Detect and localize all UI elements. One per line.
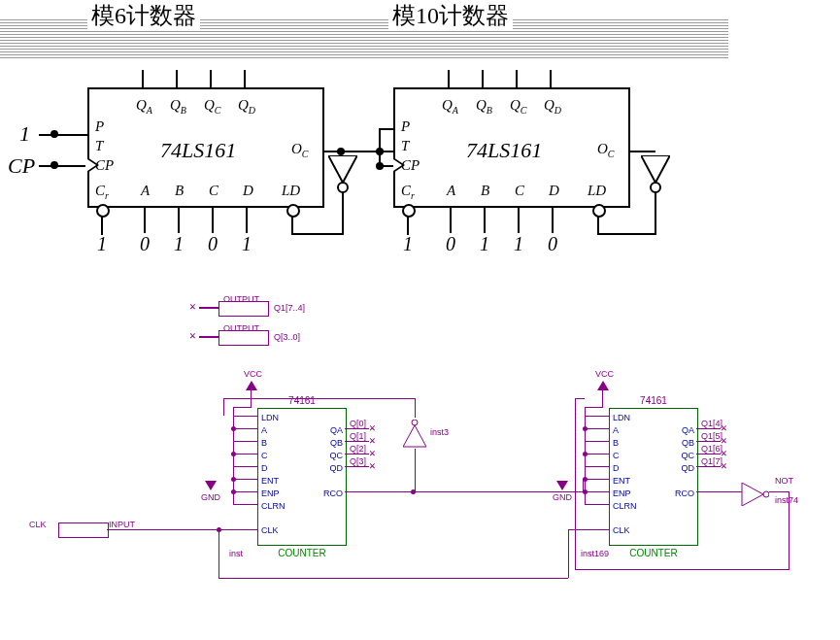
eda-wire <box>415 398 416 418</box>
preset-l-0: 1 <box>97 233 107 255</box>
pin-ld: LD <box>282 183 300 199</box>
pin-d: D <box>261 463 268 473</box>
chip-type-r: COUNTER <box>610 548 697 558</box>
node <box>376 148 384 155</box>
schematic-lower: × OUTPUT Q1[7..4] × OUTPUT Q[3..0] CLK I… <box>0 291 840 640</box>
eda-wire <box>251 390 252 408</box>
eda-wire <box>345 454 369 455</box>
title-mod6: 模6计数器 <box>87 0 200 31</box>
inverter-right <box>641 155 670 194</box>
clk-port <box>58 522 109 538</box>
eda-wire <box>568 529 569 578</box>
wire <box>246 204 248 233</box>
wire <box>379 128 393 130</box>
pin-cr2: Cr <box>401 183 415 201</box>
pin-a: A <box>141 183 150 199</box>
eda-wire <box>218 529 219 578</box>
pin-oc2: OC <box>597 141 615 159</box>
eda-chip-left: 74161 COUNTER inst LDN A B C D ENT ENP C… <box>257 408 347 546</box>
gnd-label-l: GND <box>201 492 220 502</box>
pin-c: C <box>613 451 620 460</box>
node <box>50 130 58 138</box>
wire <box>407 216 409 235</box>
eda-wire <box>233 407 252 408</box>
bubble-ld2 <box>592 204 606 218</box>
pin-qd: QD <box>682 463 695 473</box>
pin-qd: QD <box>238 97 255 116</box>
preset-l-4: 1 <box>242 233 252 255</box>
pin-qd: QD <box>330 463 344 473</box>
pin-ldn: LDN <box>613 413 630 422</box>
inv-label-r: NOT <box>775 476 793 486</box>
pin-qa: QA <box>330 425 343 435</box>
eda-wire <box>696 428 721 429</box>
bus-l1: Q[1] <box>350 431 366 441</box>
x-marker: × <box>721 462 728 470</box>
eda-wire <box>585 491 609 492</box>
input-1-label: 1 <box>19 121 30 147</box>
x-marker: × <box>369 437 377 445</box>
eda-wire <box>585 441 609 442</box>
wire <box>101 216 103 235</box>
x-marker: × <box>189 303 197 311</box>
eda-wire <box>585 407 603 408</box>
pin-p: P <box>95 118 104 135</box>
chip-type-l: COUNTER <box>258 548 346 558</box>
pin-c2: C <box>515 183 524 199</box>
eda-wire <box>585 407 586 504</box>
eda-wire <box>223 398 224 416</box>
node <box>376 162 384 170</box>
preset-r-3: 1 <box>514 233 523 255</box>
eda-wire <box>223 398 415 399</box>
preset-l-3: 0 <box>208 233 218 255</box>
wire <box>212 204 214 233</box>
eda-wire <box>199 307 218 309</box>
pin-b: B <box>175 183 184 199</box>
eda-wire <box>585 416 609 417</box>
chip-part-l: 74161 <box>258 395 346 406</box>
pin-clk: CLK <box>261 525 279 535</box>
pin-ldn: LDN <box>261 413 279 422</box>
pin-c: C <box>209 183 218 199</box>
preset-l-2: 1 <box>174 233 184 255</box>
node <box>337 148 345 155</box>
eda-wire <box>345 428 369 429</box>
wire <box>144 204 146 233</box>
preset-r-2: 1 <box>480 233 489 255</box>
eda-wire <box>696 466 721 467</box>
wire <box>291 216 293 233</box>
pin-qa: QA <box>136 97 152 116</box>
wire <box>142 70 144 87</box>
eda-node <box>217 527 221 532</box>
pin-qc: QC <box>682 451 695 460</box>
svg-marker-4 <box>403 425 426 447</box>
pin-rco: RCO <box>323 488 343 498</box>
pin-clrn: CLRN <box>261 501 286 511</box>
eda-wire <box>415 449 416 491</box>
eda-wire <box>585 466 609 467</box>
x-marker: × <box>369 424 377 432</box>
eda-wire <box>696 441 721 442</box>
preset-l-1: 0 <box>140 233 150 255</box>
gnd-label-r: GND <box>553 492 572 502</box>
chip-inst-r: inst169 <box>581 549 609 558</box>
pin-a2: A <box>447 183 455 199</box>
x-marker: × <box>189 332 197 340</box>
bus-l2: Q[2] <box>350 444 366 454</box>
pin-qb2: QB <box>476 97 492 116</box>
chip-part-r: 74161 <box>610 395 697 406</box>
clock-triangle-icon <box>393 157 405 173</box>
wire <box>482 70 484 87</box>
eda-wire <box>345 466 369 467</box>
pin-clk: CLK <box>613 525 630 535</box>
eda-wire <box>575 398 576 569</box>
eda-wire <box>233 454 257 455</box>
wire <box>39 134 87 136</box>
eda-wire <box>218 578 568 579</box>
x-marker: × <box>721 450 728 457</box>
eda-wire <box>585 479 609 480</box>
svg-point-3 <box>651 183 660 192</box>
chip-left-name: 74LS161 <box>160 138 236 163</box>
inv-inst-r: inst74 <box>775 495 798 505</box>
bus-r3: Q1[7] <box>701 456 722 466</box>
